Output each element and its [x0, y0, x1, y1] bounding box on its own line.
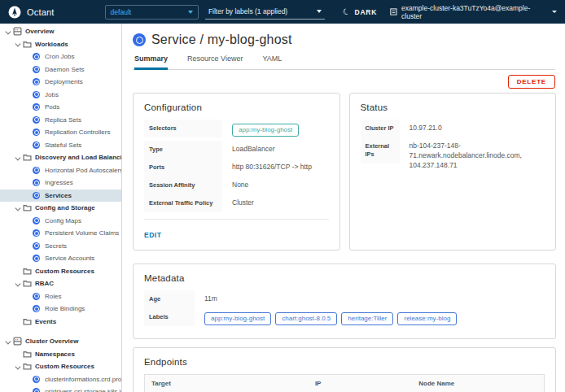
sidebar-item-clusterinformations-crd-projec[interactable]: clusterinformations.crd.projec: [0, 373, 121, 386]
sidebar-item-csidrivers-csi-storage-k8s-io[interactable]: csidrivers.csi.storage.k8s.io: [0, 385, 121, 392]
sidebar-item-label: Stateful Sets: [45, 142, 81, 149]
sidebar-item-config-and-storage[interactable]: Config and Storage: [0, 202, 121, 215]
sidebar-item-horizontal-pod-autoscalers[interactable]: Horizontal Pod Autoscalers: [0, 164, 121, 177]
kv-label: External IPs: [361, 137, 400, 163]
sidebar-item-jobs[interactable]: Jobs: [0, 89, 121, 102]
sidebar-item-label: Role Bindings: [45, 305, 85, 312]
metadata-card: Metadata Age 11m Labels app:my-blog-ghos…: [133, 264, 556, 339]
sidebar-item-pods[interactable]: Pods: [0, 101, 121, 114]
sidebar-item-label: Custom Resources: [35, 268, 94, 275]
resource-icon: [33, 116, 40, 124]
sidebar-item-discovery-and-load-balancing[interactable]: Discovery and Load Balancing: [0, 151, 121, 164]
sidebar-item-config-maps[interactable]: Config Maps: [0, 215, 121, 228]
kv-label: Selectors: [144, 120, 222, 137]
kv-label: Cluster IP: [361, 120, 400, 137]
column-header-node-name: Node Name: [412, 375, 544, 392]
sidebar-item-services[interactable]: Services: [0, 189, 121, 203]
edit-link[interactable]: EDIT: [144, 231, 161, 239]
resource-icon: [33, 78, 40, 85]
label-tag-release-my-blog[interactable]: release:my-blog: [397, 312, 457, 325]
kv-value: nb-104-237-148-71.newark.nodebalancer.li…: [400, 137, 545, 175]
sidebar-item-rbac[interactable]: RBAC: [0, 277, 121, 290]
label-filter-input[interactable]: Filter by labels (1 applied): [205, 5, 326, 20]
column-header-target: Target: [145, 375, 309, 392]
sidebar-item-stateful-sets[interactable]: Stateful Sets: [0, 139, 121, 152]
sidebar-item-label: Roles: [45, 293, 61, 300]
expand-chevron-icon[interactable]: [12, 156, 23, 160]
sidebar-item-custom-resources[interactable]: Custom Resources: [0, 265, 121, 278]
sidebar-item-label: Replica Sets: [45, 116, 81, 124]
tab-yaml[interactable]: YAML: [262, 54, 282, 69]
kv-label: Ports: [144, 159, 222, 176]
main-content: Service / my-blog-ghost SummaryResource …: [123, 24, 565, 392]
sidebar-item-label: Jobs: [45, 91, 59, 98]
expand-chevron-icon[interactable]: [2, 340, 13, 344]
expand-chevron-icon[interactable]: [2, 30, 13, 34]
resource-icon: [33, 217, 40, 224]
resource-icon: [33, 103, 40, 111]
label-filter-text: Filter by labels (1 applied): [208, 7, 318, 15]
sidebar-item-service-accounts[interactable]: Service Accounts: [0, 252, 121, 265]
sidebar-item-custom-resources[interactable]: Custom Resources: [0, 360, 121, 373]
sidebar-nav: Overview Workloads: [0, 24, 122, 392]
configuration-title: Configuration: [144, 102, 329, 112]
kv-label: Session Affinity: [144, 176, 222, 194]
tab-summary[interactable]: Summary: [134, 54, 168, 70]
sidebar-item-cluster-overview[interactable]: Cluster Overview: [0, 335, 121, 348]
sidebar-item-overview[interactable]: Overview: [0, 25, 121, 38]
label-tag-chart-ghost-8-0-5[interactable]: chart:ghost-8.0.5: [275, 312, 337, 325]
delete-button[interactable]: DELETE: [508, 75, 555, 89]
sidebar-item-roles[interactable]: Roles: [0, 290, 121, 303]
endpoints-title: Endpoints: [144, 357, 545, 367]
endpoints-card: Endpoints TargetIPNode Name my-blog-ghos…: [133, 347, 556, 392]
sidebar-item-cron-jobs[interactable]: Cron Jobs: [0, 50, 121, 63]
metadata-title: Metadata: [144, 273, 545, 283]
expand-chevron-icon[interactable]: [12, 42, 23, 46]
octant-logo-icon: [8, 6, 21, 19]
folder-icon: [23, 267, 32, 276]
sidebar-item-label: Horizontal Pod Autoscalers: [45, 167, 121, 174]
endpoints-header-row: TargetIPNode Name: [145, 375, 544, 392]
kv-value: None: [222, 176, 248, 194]
endpoints-table: TargetIPNode Name my-blog-ghost-77df85c6…: [144, 374, 545, 392]
expand-chevron-icon[interactable]: [12, 365, 23, 369]
expand-chevron-icon[interactable]: [12, 282, 23, 286]
sidebar-item-role-bindings[interactable]: Role Bindings: [0, 303, 121, 316]
sidebar-item-daemon-sets[interactable]: Daemon Sets: [0, 63, 121, 76]
sidebar-item-namespaces[interactable]: Namespaces: [0, 348, 121, 361]
tab-resource-viewer[interactable]: Resource Viewer: [187, 54, 243, 69]
label-tag-app-my-blog-ghost[interactable]: app:my-blog-ghost: [204, 312, 271, 325]
sidebar-item-replica-sets[interactable]: Replica Sets: [0, 114, 121, 127]
kv-row-cluster-ip: Cluster IP10.97.21.0: [361, 120, 545, 137]
sidebar-item-persistent-volume-claims[interactable]: Persistent Volume Claims: [0, 227, 121, 240]
sidebar-item-secrets[interactable]: Secrets: [0, 240, 121, 253]
resource-icon: [33, 91, 40, 98]
resource-icon: [33, 66, 40, 73]
column-header-ip: IP: [309, 375, 412, 392]
status-title: Status: [361, 102, 545, 112]
expand-chevron-icon[interactable]: [12, 207, 23, 211]
configuration-card: Configuration Selectorsapp:my-blog-ghost…: [133, 93, 340, 250]
resource-icon: [33, 242, 40, 250]
sidebar-item-workloads[interactable]: Workloads: [0, 38, 121, 51]
resource-icon: [33, 255, 40, 262]
sidebar-item-replication-controllers[interactable]: Replication Controllers: [0, 126, 121, 139]
context-switcher[interactable]: example-cluster-ka3TuTzYo4a@example-clus…: [390, 4, 557, 20]
selector-tag[interactable]: app:my-blog-ghost: [232, 124, 299, 137]
age-label: Age: [144, 290, 195, 308]
sidebar-item-events[interactable]: Events: [0, 316, 121, 329]
sidebar-item-label: Overview: [25, 28, 55, 35]
sidebar-item-label: clusterinformations.crd.projec: [45, 376, 121, 383]
resource-icon: [33, 305, 40, 312]
label-tag-heritage-tiller[interactable]: heritage:Tiller: [341, 312, 393, 325]
labels-tags: app:my-blog-ghostchart:ghost-8.0.5herita…: [195, 308, 461, 329]
sidebar-item-ingresses[interactable]: Ingresses: [0, 176, 121, 189]
sidebar-item-deployments[interactable]: Deployments: [0, 76, 121, 89]
resource-icon: [33, 53, 40, 60]
kv-row-external-traffic-policy: External Traffic PolicyCluster: [144, 194, 329, 212]
sidebar-item-label: Secrets: [45, 242, 67, 250]
resource-icon: [33, 229, 40, 237]
resource-icon: [33, 376, 40, 383]
namespace-selector[interactable]: default: [105, 5, 199, 20]
theme-toggle-button[interactable]: ☾ DARK: [343, 8, 377, 16]
